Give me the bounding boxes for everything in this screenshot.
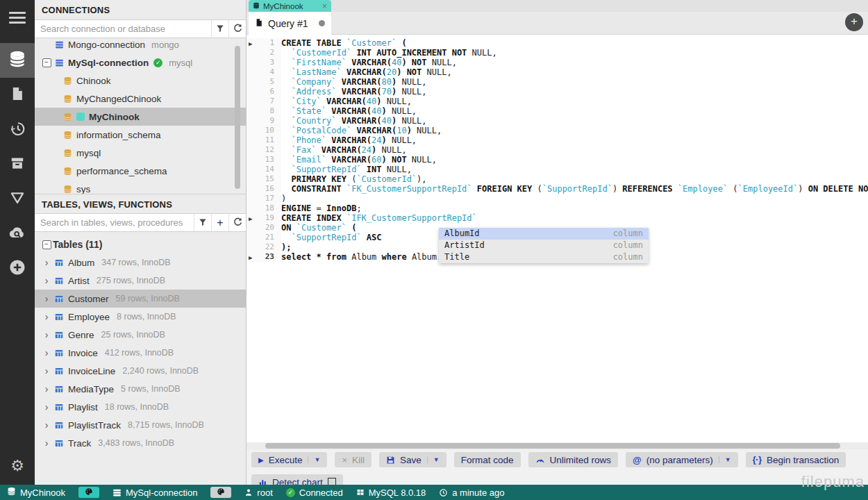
code-line-3: 3 `FirstName` VARCHAR(40) NOT NULL,	[247, 58, 868, 67]
filter-view-button[interactable]	[0, 182, 35, 217]
line-gutter: 17	[247, 194, 281, 203]
parameters-button[interactable]: @(no parameters)▼	[626, 452, 738, 467]
tab-mychinook[interactable]: MyChinook ×	[249, 0, 331, 12]
begin-transaction-button[interactable]: {·}Begin transaction	[746, 452, 846, 467]
expander[interactable]: ›	[40, 420, 53, 430]
chevron-down-icon[interactable]: ▼	[308, 456, 320, 463]
close-icon[interactable]: ×	[322, 1, 327, 11]
color-badge[interactable]	[210, 487, 231, 498]
notes-view-button[interactable]	[0, 78, 35, 112]
plus-circle-icon	[8, 258, 26, 279]
code-text: `LastName` VARCHAR(20) NOT NULL,	[281, 67, 868, 77]
format-code-button[interactable]: Format code	[454, 452, 521, 467]
code-line-16: 16 CONSTRAINT `FK_CustomerSupportRepId` …	[247, 184, 868, 194]
connections-search-input[interactable]	[35, 20, 211, 38]
expander[interactable]: −	[40, 58, 53, 67]
chevron-right-icon: ›	[45, 438, 49, 448]
line-gutter: 8	[247, 106, 281, 116]
expander[interactable]: ›	[40, 312, 53, 322]
color-badge[interactable]	[78, 487, 99, 498]
execute-button[interactable]: ▶Execute▼	[251, 452, 327, 467]
expander[interactable]: ›	[40, 330, 53, 340]
autocomplete-item-title[interactable]: Titlecolumn	[439, 251, 649, 263]
code-text: `Company` VARCHAR(80) NULL,	[281, 77, 868, 87]
tables-add-button[interactable]: +	[211, 214, 228, 231]
expander[interactable]: ›	[40, 438, 53, 448]
database-item-information-schema[interactable]: information_schema	[35, 126, 246, 144]
database-item-mychangedchinook[interactable]: MyChangedChinook	[35, 90, 246, 108]
chevron-down-icon[interactable]: ▼	[719, 456, 731, 463]
expander[interactable]: −	[40, 240, 53, 249]
table-item-album[interactable]: ›Album347 rows, InnoDB	[35, 253, 246, 272]
autocomplete-item-albumid[interactable]: AlbumIdcolumn	[439, 228, 649, 240]
expander[interactable]: ›	[40, 366, 53, 376]
triangle-icon	[9, 190, 26, 209]
connection-item-mysql-connection[interactable]: −MySql-connection✓mysql	[35, 53, 246, 72]
suggestion-label: ArtistId	[444, 240, 485, 251]
tab-query-1[interactable]: Query #1	[249, 12, 331, 35]
new-tab-button[interactable]: +	[845, 13, 863, 31]
database-item-mysql[interactable]: mysql	[35, 144, 246, 162]
expander[interactable]: ›	[40, 384, 53, 394]
table-item-artist[interactable]: ›Artist275 rows, InnoDB	[35, 272, 246, 290]
run-statement-icon[interactable]: ▶	[249, 39, 252, 49]
table-name: Track	[68, 438, 91, 449]
editor-horizontal-scrollbar[interactable]	[247, 442, 868, 449]
line-gutter[interactable]: ▶23	[247, 252, 281, 262]
settings-button[interactable]: ⚙	[0, 457, 35, 475]
expander[interactable]: ›	[40, 402, 53, 412]
run-statement-icon[interactable]: ▶	[249, 214, 252, 224]
table-item-mediatype[interactable]: ›MediaType5 rows, InnoDB	[35, 380, 246, 398]
connections-view-button[interactable]	[0, 43, 35, 78]
table-item-employee[interactable]: ›Employee8 rows, InnoDB	[35, 308, 246, 326]
table-item-customer[interactable]: ›Customer59 rows, InnoDB	[35, 290, 246, 308]
tables-search-input[interactable]	[35, 214, 194, 231]
code-text: )	[281, 194, 868, 203]
code-text: CREATE TABLE `Customer` (	[281, 38, 868, 48]
chevron-down-icon[interactable]: ▼	[427, 456, 440, 463]
expander[interactable]: ›	[40, 276, 53, 285]
expander[interactable]: ›	[40, 258, 53, 267]
table-item-playlist[interactable]: ›Playlist18 rows, InnoDB	[35, 398, 246, 416]
connections-refresh-button[interactable]	[228, 20, 246, 38]
table-item-genre[interactable]: ›Genre25 rows, InnoDB	[35, 326, 246, 344]
add-connection-button[interactable]	[0, 251, 35, 286]
line-gutter[interactable]: ▶1	[247, 38, 281, 48]
expander[interactable]: ›	[40, 294, 53, 303]
table-item-playlisttrack[interactable]: ›PlaylistTrack8,715 rows, InnoDB	[35, 416, 246, 434]
table-icon	[53, 439, 65, 448]
connections-filter-button[interactable]	[211, 20, 228, 38]
archive-view-button[interactable]	[0, 147, 35, 182]
menu-button[interactable]	[0, 0, 35, 35]
database-label: Chinook	[76, 76, 111, 86]
database-item-sys[interactable]: sys	[35, 180, 246, 194]
code-text: `CustomerId` INT AUTO_INCREMENT NOT NULL…	[281, 48, 868, 58]
expander[interactable]: ›	[40, 348, 53, 358]
table-item-invoice[interactable]: ›Invoice412 rows, InnoDB	[35, 344, 246, 362]
cloud-search-button[interactable]	[0, 217, 35, 251]
scrollbar-thumb[interactable]	[265, 443, 840, 449]
status-database-color[interactable]	[78, 487, 99, 498]
connections-scrollbar[interactable]	[235, 46, 240, 189]
connection-item-mongo-connection[interactable]: Mongo-connectionmongo	[35, 38, 246, 53]
table-item-invoiceline[interactable]: ›InvoiceLine2,240 rows, InnoDB	[35, 362, 246, 380]
save-button[interactable]: Save▼	[379, 452, 446, 467]
tables-group-row[interactable]: −Tables (11)	[35, 235, 246, 253]
table-info: 412 rows, InnoDB	[105, 348, 174, 358]
line-gutter: 9	[247, 116, 281, 126]
at-icon: @	[633, 455, 642, 465]
database-item-mychinook[interactable]: MyChinook	[35, 108, 246, 126]
run-statement-icon[interactable]: ▶	[249, 253, 252, 262]
tables-filter-button[interactable]	[194, 214, 211, 231]
code-text: `City` VARCHAR(40) NULL,	[281, 97, 868, 106]
history-view-button[interactable]	[0, 112, 35, 147]
table-item-track[interactable]: ›Track3,483 rows, InnoDB	[35, 434, 246, 452]
status-connection-color[interactable]	[210, 487, 231, 498]
autocomplete-item-artistid[interactable]: ArtistIdcolumn	[439, 240, 649, 251]
database-item-performance-schema[interactable]: performance_schema	[35, 162, 246, 180]
database-item-chinook[interactable]: Chinook	[35, 72, 246, 90]
tables-refresh-button[interactable]	[228, 214, 246, 231]
unlimited-rows-button[interactable]: Unlimited rows	[528, 452, 619, 467]
line-gutter[interactable]: ▶19	[247, 213, 281, 223]
line-gutter: 16	[247, 184, 281, 194]
